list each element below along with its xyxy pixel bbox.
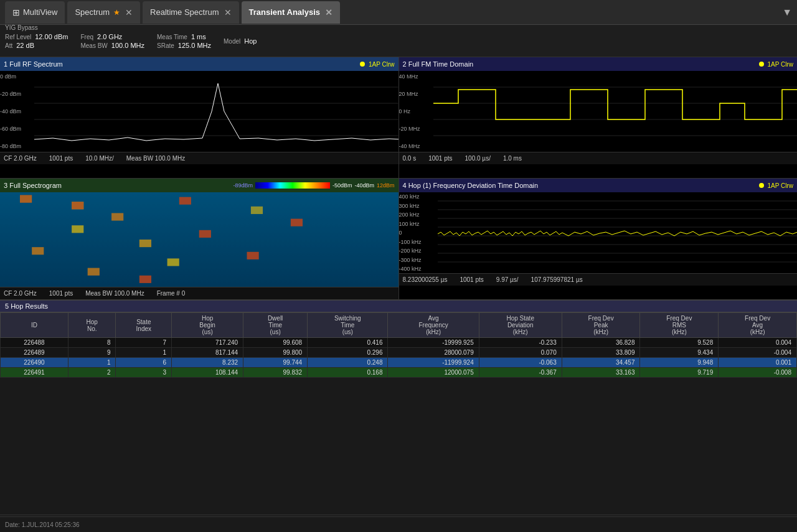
color-bar <box>255 182 330 189</box>
info-bar: Ref Level 12.00 dBm Att 22 dB Freq 2.0 G… <box>0 25 797 57</box>
panel1-div: 10.0 MHz/ <box>85 155 114 162</box>
table-cell: -0.004 <box>719 348 797 358</box>
tab-transient[interactable]: Transient Analysis ✕ <box>242 1 340 24</box>
panel3-title: 3 Full Spectrogram <box>4 182 62 189</box>
tab-overflow-button[interactable]: ▼ <box>782 7 792 18</box>
table-cell: 28000.079 <box>388 348 479 358</box>
table-cell: 12000.075 <box>388 368 479 378</box>
att-label: Att <box>5 42 12 49</box>
table-cell: 99.832 <box>243 368 308 378</box>
y-label-100khz: 100 kHz <box>399 221 436 227</box>
table-cell: 9.948 <box>640 358 719 368</box>
color-min: -89dBm <box>233 182 253 189</box>
table-cell: 0.001 <box>719 358 797 368</box>
tab-realtime[interactable]: Realtime Spectrum ✕ <box>143 1 239 24</box>
table-cell: -0.008 <box>719 368 797 378</box>
panel1-title: 1 Full RF Spectrum <box>4 60 63 68</box>
col-hop-no: HopNo. <box>68 313 115 338</box>
col-hop-begin: HopBegin(us) <box>172 313 243 338</box>
y-label-n200khz: -200 kHz <box>399 248 436 254</box>
table-cell: 0.070 <box>479 348 562 358</box>
table-cell: 817.144 <box>172 348 243 358</box>
table-row[interactable]: 22648991817.14499.8000.29628000.0790.070… <box>1 348 797 358</box>
col-freq-dev-peak: Freq DevPeak(kHz) <box>562 313 640 338</box>
pin-icon: ★ <box>113 8 120 17</box>
panel4-svg <box>438 192 798 273</box>
meas-bw-value: 100.0 MHz <box>111 42 144 49</box>
table-cell: -0.233 <box>479 338 562 348</box>
y-label-n40mhz: -40 MHz <box>399 143 432 149</box>
table-cell: 2 <box>68 368 115 378</box>
table-cell: -19999.925 <box>388 338 479 348</box>
results-tbody: 22648887717.24099.6080.416-19999.925-0.2… <box>1 338 797 378</box>
results-table: ID HopNo. StateIndex HopBegin(us) DwellT… <box>0 312 797 378</box>
panel3-spectrogram <box>0 192 398 287</box>
panel2-badge: 1AP Clrw <box>759 61 793 68</box>
panel3-pts: 1001 pts <box>49 290 73 297</box>
svg-rect-25 <box>0 192 398 287</box>
table-cell: 6 <box>116 358 172 368</box>
tab-transient-label: Transient Analysis <box>249 7 320 17</box>
panel2-pts: 1001 pts <box>428 155 452 162</box>
model-group: Model Hop <box>224 37 257 45</box>
results-table-container[interactable]: ID HopNo. StateIndex HopBegin(us) DwellT… <box>0 312 797 515</box>
table-row[interactable]: 22648887717.24099.6080.416-19999.925-0.2… <box>1 338 797 348</box>
panel1-bw: Meas BW 100.0 MHz <box>126 155 185 162</box>
freq-value: 2.0 GHz <box>97 33 122 40</box>
panel2-div: 100.0 µs/ <box>465 155 491 162</box>
col-avg-freq: AvgFrequency(kHz) <box>388 313 479 338</box>
close-spectrum-button[interactable]: ✕ <box>125 7 133 17</box>
badge-dot2 <box>759 62 764 67</box>
spectrogram-svg <box>0 192 398 287</box>
color-mid1: -50dBm <box>332 182 352 189</box>
panel1-badge: 1AP Clrw <box>360 61 394 68</box>
tab-multiview[interactable]: ⊞ MultiView <box>5 1 65 24</box>
y-label-20mhz: 20 MHz <box>399 91 432 97</box>
col-dwell-time: DwellTime(us) <box>243 313 308 338</box>
ref-level-group: Ref Level 12.00 dBm Att 22 dB <box>5 33 68 49</box>
close-realtime-button[interactable]: ✕ <box>224 7 232 17</box>
table-cell: 1 <box>68 358 115 368</box>
table-cell: 226489 <box>1 348 68 358</box>
table-cell: 717.240 <box>172 338 243 348</box>
panel1-svg <box>34 71 398 152</box>
status-bar: Date: 1.JUL.2014 05:25:36 <box>0 516 797 532</box>
panel-rf-spectrum: 1 Full RF Spectrum 1AP Clrw 0 dBm -20 dB… <box>0 57 399 178</box>
table-row[interactable]: 226490168.23299.7440.248-11999.924-0.063… <box>1 358 797 368</box>
table-cell: 34.457 <box>562 358 640 368</box>
table-cell: 99.744 <box>243 358 308 368</box>
color-max: 12dBm <box>377 182 395 189</box>
y-label-200khz: 200 kHz <box>399 212 436 218</box>
table-cell: 226488 <box>1 338 68 348</box>
y-label-n20mhz: -20 MHz <box>399 126 432 132</box>
table-cell: 226491 <box>1 368 68 378</box>
y-label-300khz: 300 kHz <box>399 203 436 209</box>
close-transient-button[interactable]: ✕ <box>325 7 332 17</box>
panel1-pts: 1001 pts <box>49 155 73 162</box>
panel2-footer: 0.0 s 1001 pts 100.0 µs/ 1.0 ms <box>399 152 798 164</box>
table-cell: 99.800 <box>243 348 308 358</box>
color-scale: -89dBm -50dBm -40dBm 12dBm <box>233 182 394 189</box>
status-date: Date: 1.JUL.2014 05:25:36 <box>5 521 80 528</box>
table-row[interactable]: 22649123108.14499.8320.16812000.075-0.36… <box>1 368 797 378</box>
y-label-n300khz: -300 kHz <box>399 257 436 263</box>
table-cell: 0.248 <box>308 358 388 368</box>
table-cell: 226490 <box>1 358 68 368</box>
tab-spectrum[interactable]: Spectrum ★ ✕ <box>67 1 140 24</box>
panel3-frame: Frame # 0 <box>157 290 186 297</box>
horizontal-scrollbar[interactable] <box>0 515 797 516</box>
panel2-svg <box>433 71 798 152</box>
main-content: 1 Full RF Spectrum 1AP Clrw 0 dBm -20 dB… <box>0 57 797 516</box>
att-value: 22 dB <box>16 42 34 49</box>
table-cell: 0.296 <box>308 348 388 358</box>
table-cell: 9.719 <box>640 368 719 378</box>
table-cell: -0.063 <box>479 358 562 368</box>
panel1-header: 1 Full RF Spectrum 1AP Clrw <box>0 57 398 71</box>
tab-realtime-label: Realtime Spectrum <box>150 7 219 17</box>
table-cell: 108.144 <box>172 368 243 378</box>
panel4-header: 4 Hop (1) Frequency Deviation Time Domai… <box>399 179 798 192</box>
freq-label: Freq <box>80 34 93 40</box>
panel4-div: 9.97 µs/ <box>496 276 519 283</box>
panel1-chart-area: 0 dBm -20 dBm -40 dBm -60 dBm -80 dBm <box>0 71 398 152</box>
top-panels: 1 Full RF Spectrum 1AP Clrw 0 dBm -20 dB… <box>0 57 797 179</box>
